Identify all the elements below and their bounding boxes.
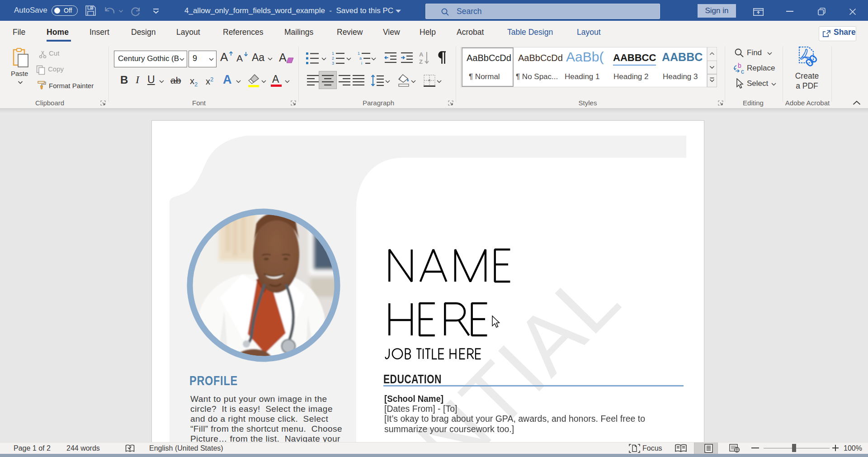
svg-text:3: 3 <box>332 61 334 66</box>
svg-text:Z: Z <box>419 58 423 65</box>
svg-text:c: c <box>741 68 744 75</box>
svg-text:2: 2 <box>332 56 334 61</box>
svg-text:1: 1 <box>332 51 334 56</box>
svg-text:1: 1 <box>358 51 360 56</box>
svg-text:a: a <box>359 56 362 61</box>
svg-text:i: i <box>361 61 362 66</box>
svg-text:A: A <box>419 51 424 58</box>
